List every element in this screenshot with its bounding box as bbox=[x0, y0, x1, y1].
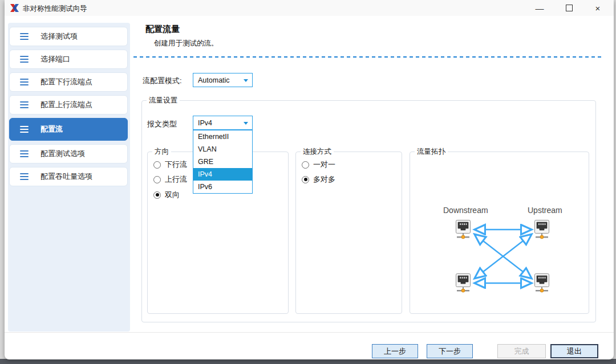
radio-label: 多对多 bbox=[313, 174, 335, 185]
sidebar-item-label: 配置测试选项 bbox=[40, 149, 85, 159]
option-gre[interactable]: GRE bbox=[193, 156, 252, 168]
sidebar-item-test-options[interactable]: 配置测试选项 bbox=[9, 144, 128, 163]
menu-icon bbox=[20, 33, 29, 40]
menu-icon bbox=[20, 101, 29, 109]
sidebar-item-label: 配置下行流端点 bbox=[40, 77, 92, 87]
radio-one-to-one[interactable]: 一对一 bbox=[302, 159, 335, 170]
option-ethernetii[interactable]: EthernetII bbox=[193, 130, 252, 143]
minimize-icon: — bbox=[536, 3, 544, 13]
prev-step-button[interactable]: 上一步 bbox=[372, 344, 418, 358]
sidebar-item-configure-flow[interactable]: 配置流 bbox=[9, 118, 128, 141]
close-button[interactable]: × bbox=[585, 0, 610, 16]
sidebar-item-label: 配置流 bbox=[40, 124, 63, 134]
radio-circle bbox=[153, 176, 161, 183]
sidebar-item-throughput-options[interactable]: 配置吞吐量选项 bbox=[9, 167, 128, 186]
close-icon: × bbox=[595, 3, 601, 13]
sidebar-item-label: 配置上行流端点 bbox=[40, 100, 92, 110]
radio-label: 双向 bbox=[165, 190, 180, 200]
packet-type-option-list: EthernetII VLAN GRE IPv4 IPv6 bbox=[193, 130, 253, 194]
menu-icon bbox=[20, 173, 29, 181]
sidebar-item-label: 配置吞吐量选项 bbox=[40, 171, 92, 182]
radio-label: 上行流 bbox=[165, 174, 187, 185]
main-panel: 配置流量 创建用于测试的流。 流配置模式: Automatic 流量设置 报文类… bbox=[132, 16, 614, 332]
maximize-icon bbox=[566, 5, 573, 11]
flow-mode-value: Automatic bbox=[198, 76, 230, 84]
minimize-button[interactable]: — bbox=[527, 0, 552, 16]
radio-upstream[interactable]: 上行流 bbox=[153, 174, 187, 185]
maximize-button[interactable] bbox=[557, 0, 582, 16]
app-logo-icon bbox=[10, 3, 19, 13]
desktop-edge bbox=[0, 359, 616, 364]
ethernet-port-icon bbox=[455, 273, 471, 293]
sidebar-item-select-ports[interactable]: 选择端口 bbox=[9, 50, 128, 69]
menu-icon bbox=[20, 150, 29, 158]
dashed-separator bbox=[133, 56, 604, 58]
menu-icon bbox=[20, 79, 29, 86]
sidebar-item-select-tests[interactable]: 选择测试项 bbox=[9, 27, 128, 46]
page-title: 配置流量 bbox=[145, 24, 180, 35]
option-ipv4[interactable]: IPv4 bbox=[193, 168, 252, 181]
option-ipv6[interactable]: IPv6 bbox=[193, 181, 252, 193]
sidebar-item-label: 选择测试项 bbox=[40, 31, 78, 42]
next-step-button[interactable]: 下一步 bbox=[427, 344, 473, 358]
page-subtitle: 创建用于测试的流。 bbox=[154, 39, 218, 48]
sidebar-item-downstream-endpoints[interactable]: 配置下行流端点 bbox=[9, 72, 128, 92]
traffic-settings-legend: 流量设置 bbox=[147, 96, 180, 105]
flow-mode-label: 流配置模式: bbox=[143, 76, 182, 86]
topology-legend: 流量拓扑 bbox=[415, 147, 448, 157]
downstream-label: Downstream bbox=[443, 206, 488, 215]
radio-circle bbox=[302, 161, 309, 169]
radio-bidirectional[interactable]: 双向 bbox=[153, 190, 180, 200]
radio-many-to-many[interactable]: 多对多 bbox=[302, 174, 335, 185]
direction-legend: 方向 bbox=[152, 147, 171, 157]
packet-type-value: IPv4 bbox=[198, 119, 212, 127]
sidebar-item-label: 选择端口 bbox=[40, 54, 70, 64]
topology-group: 流量拓扑 Downstream Upstream bbox=[410, 152, 589, 314]
wizard-window: 非对称性能测试向导 — × 选择测试项 选择端口 配置下行流端点 配置上行流端点… bbox=[5, 0, 614, 359]
ethernet-port-icon bbox=[534, 273, 550, 293]
menu-icon bbox=[20, 56, 29, 63]
ethernet-port-icon bbox=[534, 220, 550, 239]
exit-button[interactable]: 退出 bbox=[550, 344, 598, 358]
upstream-label: Upstream bbox=[528, 206, 562, 215]
packet-type-dropdown[interactable]: IPv4 bbox=[193, 116, 253, 130]
radio-label: 一对一 bbox=[313, 159, 335, 170]
window-title: 非对称性能测试向导 bbox=[23, 4, 87, 14]
ethernet-port-icon bbox=[455, 220, 471, 239]
chevron-down-icon bbox=[244, 122, 248, 125]
titlebar: 非对称性能测试向导 — × bbox=[5, 0, 614, 16]
radio-circle-checked bbox=[302, 176, 309, 183]
radio-circle-checked bbox=[153, 191, 161, 199]
footer-separator bbox=[5, 332, 614, 333]
connection-legend: 连接方式 bbox=[301, 147, 334, 157]
connection-group: 连接方式 一对一 多对多 bbox=[295, 152, 402, 314]
radio-circle bbox=[153, 161, 161, 169]
sidebar-item-upstream-endpoints[interactable]: 配置上行流端点 bbox=[9, 95, 128, 114]
menu-icon bbox=[20, 126, 29, 133]
chevron-down-icon bbox=[244, 79, 248, 82]
packet-type-label: 报文类型 bbox=[147, 119, 177, 129]
wizard-steps-sidebar: 选择测试项 选择端口 配置下行流端点 配置上行流端点 配置流 配置测试选项 配置… bbox=[8, 23, 130, 332]
flow-mode-dropdown[interactable]: Automatic bbox=[193, 73, 253, 87]
option-vlan[interactable]: VLAN bbox=[193, 143, 252, 156]
radio-downstream[interactable]: 下行流 bbox=[153, 159, 187, 170]
radio-label: 下行流 bbox=[165, 159, 187, 170]
finish-button: 完成 bbox=[497, 344, 546, 358]
